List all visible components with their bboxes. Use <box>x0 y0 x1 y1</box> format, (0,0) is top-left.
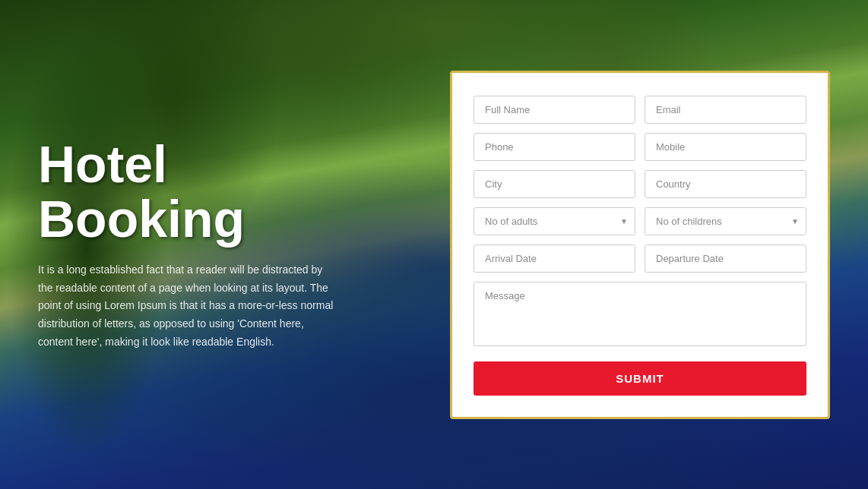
booking-form-panel: No of adults 1 2 3 4 5 No of childrens 0… <box>450 71 830 419</box>
form-row-message <box>474 282 806 349</box>
full-name-field <box>474 96 635 124</box>
form-row-dates <box>474 244 806 273</box>
submit-button[interactable]: SUBMIT <box>474 361 806 396</box>
phone-field <box>474 133 635 161</box>
hero-title: HotelBooking <box>38 137 357 246</box>
hero-description: It is a long established fact that a rea… <box>38 261 334 352</box>
phone-input[interactable] <box>474 133 635 161</box>
arrival-date-input[interactable] <box>474 244 635 273</box>
adults-field: No of adults 1 2 3 4 5 <box>474 207 635 235</box>
form-row-adults-childrens: No of adults 1 2 3 4 5 No of childrens 0… <box>474 207 806 235</box>
no-of-childrens-select[interactable]: No of childrens 0 1 2 3 4 <box>645 207 806 235</box>
message-textarea[interactable] <box>474 282 806 346</box>
departure-date-input[interactable] <box>645 244 806 273</box>
arrival-date-field <box>474 244 635 273</box>
no-of-adults-select[interactable]: No of adults 1 2 3 4 5 <box>474 207 635 235</box>
form-row-phone-mobile <box>474 133 806 161</box>
city-field <box>474 170 635 198</box>
form-row-name-email <box>474 96 806 124</box>
mobile-field <box>645 133 806 161</box>
full-name-input[interactable] <box>474 96 635 124</box>
email-field <box>645 96 806 124</box>
message-field <box>474 282 806 349</box>
country-input[interactable] <box>645 170 806 198</box>
city-input[interactable] <box>474 170 635 198</box>
departure-date-field <box>645 244 806 273</box>
childrens-field: No of childrens 0 1 2 3 4 <box>645 207 806 235</box>
left-section: HotelBooking It is a long established fa… <box>38 137 388 352</box>
mobile-input[interactable] <box>645 133 806 161</box>
page-wrapper: HotelBooking It is a long established fa… <box>0 0 868 489</box>
country-field <box>645 170 806 198</box>
form-row-city-country <box>474 170 806 198</box>
email-input[interactable] <box>645 96 806 124</box>
